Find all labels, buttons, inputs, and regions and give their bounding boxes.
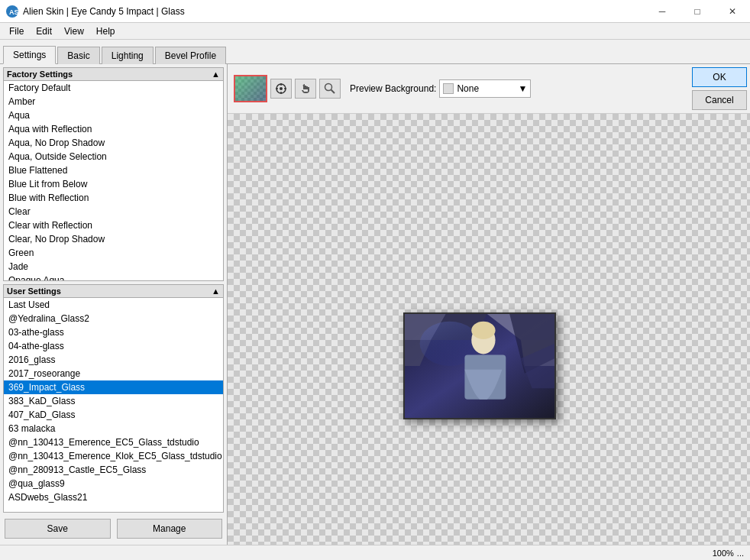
app-body: Settings Basic Lighting Bevel Profile Fa…: [0, 40, 750, 560]
user-list-item[interactable]: 2017_roseorange: [4, 367, 223, 380]
user-settings-label: User Settings: [7, 286, 61, 296]
tab-lighting[interactable]: Lighting: [102, 47, 154, 64]
svg-line-9: [331, 90, 335, 94]
factory-list-item[interactable]: Aqua with Reflection: [4, 122, 223, 136]
left-bottom-buttons: Save Manage: [3, 516, 224, 542]
factory-list-scroll[interactable]: Factory DefaultAmberAquaAqua with Reflec…: [4, 81, 223, 280]
user-list-container: Last Used@Yedralina_Glass203-athe-glass0…: [4, 298, 223, 512]
svg-text:AS: AS: [9, 8, 18, 16]
user-list-item[interactable]: @qua_glass9: [4, 477, 223, 490]
right-panel: Preview Background: None ▼ OK Cancel Syl…: [228, 64, 750, 545]
factory-list-container: Factory DefaultAmberAquaAqua with Reflec…: [4, 81, 223, 280]
svg-point-3: [280, 87, 283, 90]
close-button[interactable]: ✕: [715, 0, 750, 23]
svg-point-8: [325, 84, 332, 91]
menu-view[interactable]: View: [58, 24, 90, 38]
factory-scroll-indicator: ▲: [212, 70, 220, 79]
factory-list-item[interactable]: Aqua, No Drop Shadow: [4, 136, 223, 150]
preview-bg-select-container[interactable]: None ▼: [439, 79, 531, 98]
titlebar: AS Alien Skin | Eye Candy 5 Impact | Gla…: [0, 0, 750, 23]
user-list-item[interactable]: 369_Impact_Glass: [4, 380, 223, 394]
tab-settings[interactable]: Settings: [3, 46, 56, 64]
factory-list-item[interactable]: Amber: [4, 95, 223, 108]
factory-list-item[interactable]: Clear: [4, 205, 223, 218]
window-controls: ─ □ ✕: [645, 0, 750, 23]
tabs-bar: Settings Basic Lighting Bevel Profile: [0, 40, 750, 64]
factory-list-item[interactable]: Jade: [4, 260, 223, 274]
tab-basic[interactable]: Basic: [57, 47, 99, 64]
factory-list-item[interactable]: Blue Lit from Below: [4, 177, 223, 191]
user-list-item[interactable]: @Yedralina_Glass2: [4, 312, 223, 325]
cancel-button[interactable]: Cancel: [692, 90, 747, 110]
preview-bg-label: Preview Background:: [350, 83, 436, 94]
content-area: Factory Settings ▲ Factory DefaultAmberA…: [0, 64, 750, 545]
tab-bevel-profile[interactable]: Bevel Profile: [155, 47, 226, 64]
preview-thumb-image: [235, 76, 266, 101]
save-button[interactable]: Save: [5, 519, 111, 539]
menu-edit[interactable]: Edit: [30, 24, 58, 38]
factory-list-item[interactable]: Factory Default: [4, 81, 223, 95]
statusbar-dots: ...: [737, 549, 744, 558]
factory-list-item[interactable]: Blue with Reflection: [4, 191, 223, 205]
factory-list-item[interactable]: Clear with Reflection: [4, 218, 223, 232]
window-title: Alien Skin | Eye Candy 5 Impact | Glass: [23, 6, 185, 17]
statusbar: 100% ...: [0, 545, 750, 560]
user-list-item[interactable]: Last Used: [4, 298, 223, 312]
user-list-item[interactable]: 407_KaD_Glass: [4, 408, 223, 422]
user-settings-header: User Settings ▲: [4, 285, 223, 298]
zoom-level: 100%: [713, 549, 734, 558]
user-list-item[interactable]: 03-athe-glass: [4, 325, 223, 339]
svg-point-19: [471, 322, 495, 339]
left-panel: Factory Settings ▲ Factory DefaultAmberA…: [0, 64, 228, 545]
factory-list-item[interactable]: Aqua, Outside Selection: [4, 150, 223, 163]
zoom-icon: [324, 83, 336, 95]
user-list-item[interactable]: 2016_glass: [4, 353, 223, 367]
action-buttons: OK Cancel: [689, 64, 750, 113]
hand-tool-button[interactable]: [295, 79, 316, 99]
zoom-tool-button[interactable]: [319, 79, 341, 99]
menu-file[interactable]: File: [3, 24, 30, 38]
manage-button[interactable]: Manage: [117, 519, 223, 539]
user-list-item[interactable]: 63 malacka: [4, 422, 223, 435]
preview-image: [403, 312, 556, 419]
menu-help[interactable]: Help: [90, 24, 121, 38]
right-top: Preview Background: None ▼ OK Cancel: [228, 64, 750, 114]
factory-list-item[interactable]: Clear, No Drop Shadow: [4, 232, 223, 246]
factory-settings-label: Factory Settings: [7, 70, 73, 79]
app-icon: AS: [6, 5, 18, 18]
right-toolbar: Preview Background: None ▼: [228, 64, 689, 113]
cursor-tool-button[interactable]: [270, 79, 292, 99]
ok-button[interactable]: OK: [692, 67, 747, 87]
preview-bg-dropdown-arrow: ▼: [519, 83, 528, 94]
preview-thumbnail[interactable]: [234, 75, 267, 102]
factory-settings-header: Factory Settings ▲: [4, 68, 223, 81]
user-list-item[interactable]: @nn_280913_Castle_EC5_Glass: [4, 463, 223, 477]
preview-bg-color-swatch: [443, 83, 454, 94]
user-settings-group: User Settings ▲ Last Used@Yedralina_Glas…: [3, 284, 224, 513]
factory-list-item[interactable]: Aqua: [4, 108, 223, 122]
menubar: File Edit View Help: [0, 23, 750, 40]
preview-area[interactable]: Sylane: [228, 114, 750, 545]
user-scroll-indicator: ▲: [212, 286, 220, 296]
user-list-scroll[interactable]: Last Used@Yedralina_Glass203-athe-glass0…: [4, 298, 223, 512]
maximize-button[interactable]: □: [680, 0, 715, 23]
preview-thumb-inner: [235, 76, 266, 101]
hand-icon: [299, 83, 312, 95]
factory-list-item[interactable]: Blue Flattened: [4, 163, 223, 177]
user-list-item[interactable]: 04-athe-glass: [4, 339, 223, 353]
factory-list-item[interactable]: Opaque Aqua: [4, 274, 223, 280]
minimize-button[interactable]: ─: [645, 0, 680, 23]
user-list-item[interactable]: ASDwebs_Glass21: [4, 490, 223, 504]
user-list-item[interactable]: 383_KaD_Glass: [4, 394, 223, 408]
user-list-item[interactable]: @nn_130413_Emerence_Klok_EC5_Glass_tdstu…: [4, 449, 223, 463]
cursor-icon: [275, 83, 287, 95]
factory-settings-group: Factory Settings ▲ Factory DefaultAmberA…: [3, 67, 224, 281]
user-list-item[interactable]: @nn_130413_Emerence_EC5_Glass_tdstudio: [4, 435, 223, 449]
factory-list-item[interactable]: Green: [4, 246, 223, 260]
preview-bg-value: None: [457, 83, 518, 94]
preview-svg: [405, 314, 554, 418]
